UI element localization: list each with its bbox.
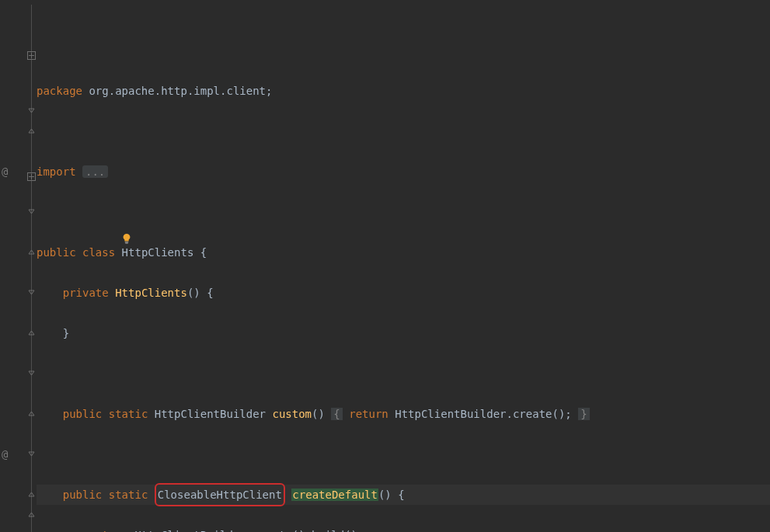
code-line[interactable] (37, 121, 770, 141)
code-line[interactable]: import ... (37, 162, 770, 182)
fold-up-icon[interactable] (28, 127, 35, 134)
fold-plus-icon[interactable] (27, 46, 36, 54)
fold-down-icon[interactable] (28, 450, 35, 457)
fold-up-icon[interactable] (28, 491, 35, 498)
code-line[interactable] (37, 363, 770, 384)
fold-up-icon[interactable] (28, 249, 35, 256)
code-area[interactable]: package org.apache.http.impl.client; imp… (37, 0, 770, 532)
gutter: @ @ (0, 0, 37, 532)
code-line[interactable] (37, 202, 770, 222)
code-line[interactable] (37, 444, 770, 464)
code-line[interactable]: } (37, 323, 770, 343)
fold-down-icon[interactable] (28, 289, 35, 296)
code-line[interactable]: return HttpClientBuilder.create().build(… (37, 525, 770, 532)
code-line[interactable]: public class HttpClients { (37, 242, 770, 263)
fold-up-icon[interactable] (28, 329, 35, 336)
highlighted-type[interactable]: CloseableHttpClient (155, 483, 285, 506)
override-gutter-icon[interactable]: @ (2, 444, 8, 464)
fold-down-icon[interactable] (28, 208, 35, 215)
fold-down-icon[interactable] (28, 107, 35, 114)
override-gutter-icon[interactable]: @ (2, 162, 8, 182)
fold-down-icon[interactable] (28, 370, 35, 377)
code-line[interactable]: private HttpClients() { (37, 283, 770, 303)
folded-region[interactable]: ... (82, 165, 108, 178)
code-line[interactable]: package org.apache.http.impl.client; (37, 81, 770, 101)
fold-up-icon[interactable] (28, 410, 35, 417)
fold-up-icon[interactable] (28, 511, 35, 518)
fold-plus-icon[interactable] (27, 167, 36, 176)
code-line-current[interactable]: public static CloseableHttpClient create… (37, 485, 770, 505)
code-line[interactable]: public static HttpClientBuilder custom()… (37, 404, 770, 424)
code-editor[interactable]: @ @ (0, 0, 770, 532)
